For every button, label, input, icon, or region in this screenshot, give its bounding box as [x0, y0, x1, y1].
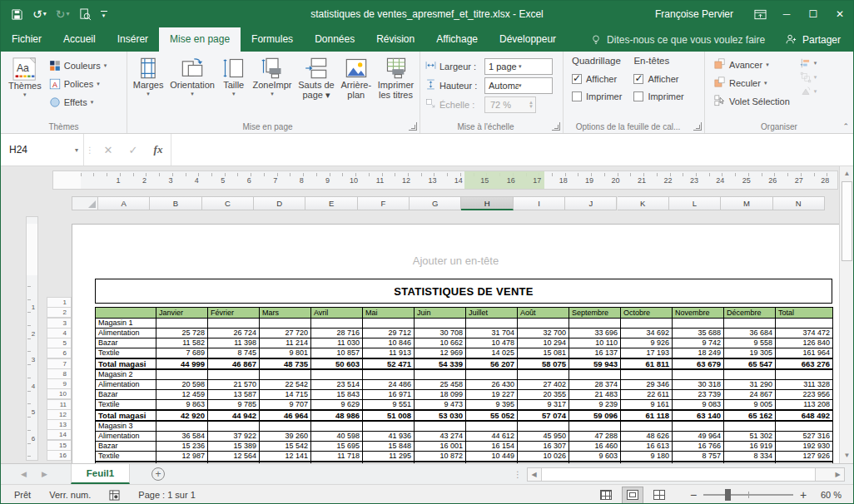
scroll-right-button[interactable]: ▶: [832, 468, 844, 481]
button-volet-selection[interactable]: Volet Sélection: [713, 92, 790, 110]
table-cell[interactable]: 37 922: [208, 432, 260, 442]
maximize-button[interactable]: ☐: [800, 1, 827, 27]
qat-customize-button[interactable]: ▾: [101, 11, 107, 18]
table-cell[interactable]: 36 684: [724, 329, 776, 338]
row-header-9[interactable]: 9: [47, 378, 72, 389]
ribbon-collapse-button[interactable]: ⌃: [842, 122, 849, 131]
macro-record-button[interactable]: [109, 490, 120, 501]
table-cell[interactable]: 15 695: [311, 442, 363, 452]
column-header-l[interactable]: L: [669, 196, 721, 210]
table-cell[interactable]: 49 964: [673, 432, 724, 442]
table-header-cell[interactable]: Total: [776, 308, 833, 319]
table-cell[interactable]: 61 811: [621, 358, 673, 369]
column-header-k[interactable]: K: [618, 196, 669, 210]
table-cell[interactable]: [621, 369, 673, 380]
table-cell[interactable]: 25 728: [156, 329, 208, 338]
table-cell[interactable]: 63 140: [673, 410, 724, 421]
zoom-slider-thumb[interactable]: [725, 489, 731, 501]
fonts-button[interactable]: A Polices▾: [49, 75, 107, 92]
checkbox-afficher[interactable]: [633, 74, 643, 84]
button-orientation[interactable]: Orientation▾: [167, 55, 217, 133]
table-cell[interactable]: [724, 319, 776, 329]
sheet-title-cell[interactable]: STATISTIQUES DE VENTE: [95, 279, 832, 304]
table-cell[interactable]: 26 430: [466, 380, 518, 390]
redo-button[interactable]: ↻▾: [56, 8, 70, 20]
row-header-12[interactable]: 12: [47, 409, 72, 420]
table-header-cell[interactable]: Octobre: [621, 308, 673, 319]
table-cell[interactable]: 36 584: [156, 432, 208, 442]
table-cell[interactable]: 61 118: [621, 410, 673, 421]
table-cell[interactable]: [311, 421, 363, 432]
table-cell-label[interactable]: Textile: [96, 452, 156, 462]
table-cell[interactable]: 31 704: [466, 329, 518, 338]
tab-developpeur[interactable]: Développeur: [489, 27, 567, 52]
table-cell[interactable]: 26 724: [208, 329, 260, 338]
enter-button[interactable]: ✓: [121, 144, 146, 156]
table-cell[interactable]: 12 459: [156, 390, 208, 400]
table-cell[interactable]: 18 099: [415, 390, 466, 400]
horizontal-scrollbar[interactable]: ◀ ▶: [527, 467, 845, 482]
table-header-cell[interactable]: Février: [208, 308, 260, 319]
table-cell[interactable]: 11 913: [363, 348, 415, 359]
table-cell[interactable]: 28 374: [569, 380, 621, 390]
table-cell[interactable]: 648 492: [776, 410, 833, 421]
table-cell[interactable]: [156, 421, 208, 432]
table-cell[interactable]: 39 260: [260, 432, 311, 442]
table-cell[interactable]: 42 920: [156, 410, 208, 421]
tell-me-box[interactable]: Dites-nous ce que vous voulez faire: [590, 27, 765, 52]
checkbox-row-en-tetes-afficher[interactable]: Afficher: [633, 70, 683, 87]
table-cell[interactable]: 223 956: [776, 390, 833, 400]
table-cell[interactable]: 47 288: [569, 432, 621, 442]
tab-affichage[interactable]: Affichage: [425, 27, 489, 52]
print-preview-button[interactable]: [79, 8, 92, 21]
table-cell-label[interactable]: Bazar: [96, 442, 156, 452]
table-cell[interactable]: 9 707: [260, 400, 311, 411]
table-cell[interactable]: 54 339: [415, 358, 466, 369]
table-cell[interactable]: 34 692: [621, 329, 673, 338]
select-hauteur[interactable]: Automatiqu▾: [484, 77, 553, 94]
column-header-i[interactable]: I: [514, 196, 565, 210]
table-cell[interactable]: 15 848: [363, 442, 415, 452]
checkbox-row-quadrillage-imprimer[interactable]: Imprimer: [572, 87, 622, 105]
table-cell[interactable]: 46 964: [260, 410, 311, 421]
button-taille[interactable]: Taille▾: [219, 55, 249, 133]
table-cell[interactable]: 15 081: [518, 348, 569, 359]
table-cell[interactable]: [466, 319, 518, 329]
table-cell[interactable]: [311, 319, 363, 329]
table-cell[interactable]: 29 346: [621, 380, 673, 390]
table-cell[interactable]: [208, 319, 260, 329]
table-cell[interactable]: 30 318: [673, 380, 724, 390]
table-cell[interactable]: [363, 421, 415, 432]
name-box[interactable]: H24 ▾: [1, 134, 84, 166]
table-cell[interactable]: 12 141: [260, 452, 311, 462]
table-cell[interactable]: [518, 369, 569, 380]
table-cell-label[interactable]: Textile: [96, 348, 156, 359]
close-button[interactable]: ✕: [827, 1, 853, 27]
tab-revision[interactable]: Révision: [365, 27, 425, 52]
table-header-cell[interactable]: Janvier: [156, 308, 208, 319]
table-cell[interactable]: 16 307: [518, 442, 569, 452]
page-header-placeholder[interactable]: Ajouter un en-tête: [72, 254, 839, 267]
table-cell[interactable]: 9 005: [724, 400, 776, 411]
table-cell[interactable]: 126 840: [776, 338, 833, 348]
row-header-16[interactable]: 16: [47, 450, 72, 461]
table-cell[interactable]: 27 720: [260, 329, 311, 338]
table-cell[interactable]: 50 603: [311, 358, 363, 369]
table-cell[interactable]: 113 208: [776, 400, 833, 411]
rotate-button[interactable]: ▾: [800, 86, 817, 97]
table-cell-label[interactable]: Bazar: [96, 338, 156, 348]
table-cell[interactable]: 16 971: [363, 390, 415, 400]
view-normal-button[interactable]: [595, 487, 617, 504]
select-all-corner[interactable]: [72, 196, 98, 210]
dialog-launcher-page-setup[interactable]: [409, 122, 417, 131]
table-cell[interactable]: 10 662: [415, 338, 466, 348]
vertical-scroll-thumb[interactable]: [842, 181, 852, 261]
table-cell[interactable]: 43 274: [415, 432, 466, 442]
horizontal-ruler[interactable]: 1234567891011121314151617181920212223242…: [52, 170, 838, 190]
vertical-ruler[interactable]: 123456: [26, 216, 38, 461]
table-cell[interactable]: 16 919: [724, 442, 776, 452]
table-cell[interactable]: 45 950: [518, 432, 569, 442]
table-cell[interactable]: [569, 421, 621, 432]
row-header-8[interactable]: 8: [47, 368, 72, 379]
table-cell[interactable]: 59 943: [569, 358, 621, 369]
